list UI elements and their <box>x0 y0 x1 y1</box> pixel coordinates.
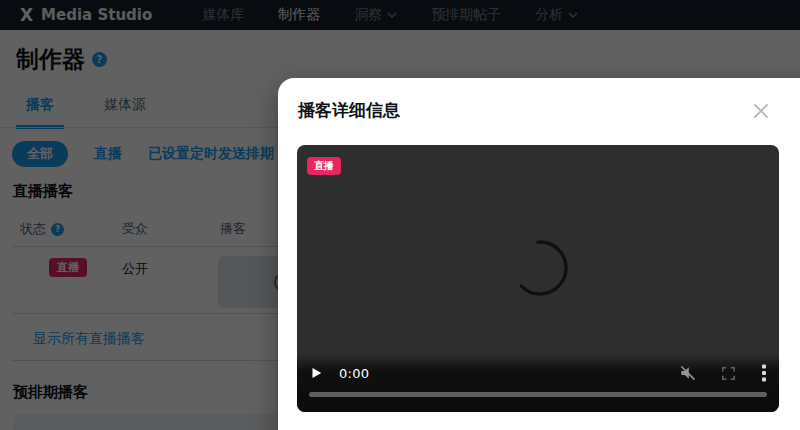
fullscreen-icon[interactable] <box>720 365 737 382</box>
play-button-icon[interactable] <box>309 366 323 380</box>
video-progress-bar[interactable] <box>309 392 767 397</box>
overflow-menu-icon[interactable] <box>761 364 767 382</box>
broadcast-details-modal: 播客详细信息 直播 0:00 <box>278 78 800 430</box>
live-badge: 直播 <box>307 157 341 175</box>
video-player[interactable]: 直播 0:00 <box>297 145 779 412</box>
video-time: 0:00 <box>339 366 369 381</box>
close-icon[interactable] <box>750 100 772 122</box>
video-controls: 0:00 <box>297 354 779 412</box>
muted-volume-icon[interactable] <box>678 363 698 383</box>
modal-title: 播客详细信息 <box>298 99 400 122</box>
loading-spinner-icon <box>510 238 570 298</box>
